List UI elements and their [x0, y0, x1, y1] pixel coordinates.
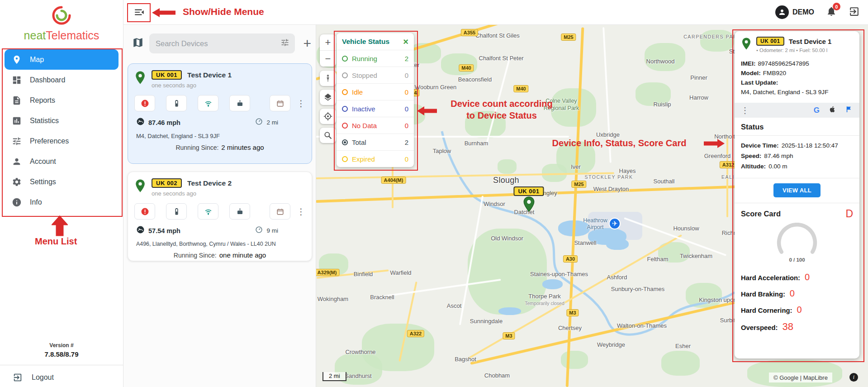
- status-row-nodata[interactable]: No Data 0: [337, 117, 414, 134]
- map-label: M25: [561, 33, 576, 41]
- status-row-expired[interactable]: Expired 0: [337, 150, 414, 167]
- overspeed-value: 38: [782, 321, 793, 333]
- status-row-running[interactable]: Running 2: [337, 50, 414, 67]
- card-menu-icon[interactable]: ⋮: [297, 98, 305, 109]
- menu-open-icon: [133, 6, 145, 18]
- notifications-button[interactable]: 0: [826, 6, 837, 19]
- map-label: Northolt: [714, 133, 735, 140]
- hard-braking-value: 0: [790, 288, 795, 299]
- map-label: Warfield: [390, 269, 411, 276]
- menu-toggle-button[interactable]: [130, 4, 148, 20]
- device-details: IMEI:897485962547895 Model:FMB920 Last U…: [735, 54, 859, 100]
- device-address: A496, Llanelltyd, Borthwnog, Cymru / Wal…: [134, 241, 305, 247]
- map-label: A355: [461, 29, 478, 36]
- sidebar-item-dashboard[interactable]: Dashboard: [0, 70, 123, 90]
- marker-plate[interactable]: UK 001: [513, 186, 544, 196]
- zoom-out-button[interactable]: −: [320, 50, 336, 67]
- locate-button[interactable]: [320, 109, 336, 124]
- map-label: Pinner: [690, 74, 707, 81]
- sidebar-item-reports[interactable]: Reports: [0, 90, 123, 110]
- status-row-idle[interactable]: Idle 0: [337, 83, 414, 100]
- device-indicators: ⋮: [134, 95, 305, 111]
- view-all-button[interactable]: VIEW ALL: [773, 183, 821, 197]
- sidebar-item-preferences[interactable]: Preferences: [0, 131, 123, 151]
- map-label: Chalfont St Peter: [479, 55, 524, 62]
- search-box: [149, 33, 295, 53]
- status-row-total[interactable]: Total 2: [337, 134, 414, 150]
- plate-badge: UK 001: [152, 70, 182, 80]
- logo-swirl-icon: [0, 5, 123, 28]
- status-label: Idle: [352, 88, 405, 96]
- map-label: M25: [571, 181, 586, 188]
- map-label: A322: [407, 330, 424, 337]
- status-count: 0: [405, 88, 408, 96]
- map-label: Southall: [654, 178, 675, 185]
- status-row-stopped[interactable]: Stopped 0: [337, 67, 414, 83]
- speed-value: 87.46 mph: [148, 119, 180, 126]
- map-label: CARPENDERS PARK: [683, 34, 741, 39]
- vehicle-status-panel: Vehicle Status × Running 2 Stopped 0 Idl…: [337, 33, 414, 167]
- map-info-icon[interactable]: i: [849, 373, 858, 382]
- dashboard-icon: [12, 75, 22, 85]
- user-menu[interactable]: DEMO: [775, 5, 814, 19]
- map-label: Chalfont St Giles: [475, 32, 520, 39]
- sidebar-item-label: Dashboard: [30, 76, 65, 84]
- map-label: Sunbury-on-Thames: [611, 286, 665, 292]
- sidebar-item-info[interactable]: Info: [0, 192, 123, 212]
- sidebar-item-label: Preferences: [30, 137, 69, 145]
- zoom-in-button[interactable]: +: [320, 34, 336, 50]
- filter-icon[interactable]: [280, 38, 289, 49]
- google-icon[interactable]: G: [814, 106, 820, 115]
- map-label: Uxbridge: [596, 131, 620, 138]
- device-pin-icon: [741, 37, 752, 50]
- hard-cornering-value: 0: [797, 305, 802, 315]
- apple-icon[interactable]: [829, 105, 836, 115]
- logout-button[interactable]: Logout: [0, 368, 136, 387]
- map-label: Bagshot: [455, 356, 476, 363]
- topbar: DEMO 0: [123, 0, 868, 25]
- panel-menu-icon[interactable]: ⋮: [741, 105, 749, 115]
- device-info-panel: UK 001 Test Device 1 • Odometer: 2 mi • …: [735, 31, 859, 358]
- map-label: Twickenham: [680, 253, 712, 259]
- close-icon[interactable]: ×: [403, 37, 408, 46]
- last-seen: one seconds ago: [152, 82, 232, 89]
- logout-icon: [849, 6, 860, 17]
- layers-button[interactable]: [320, 90, 336, 105]
- vehicle-marker[interactable]: UK 001: [513, 187, 544, 214]
- sidebar-item-settings[interactable]: Settings: [0, 172, 123, 192]
- signout-button[interactable]: [849, 6, 860, 19]
- directions-icon[interactable]: [845, 105, 853, 115]
- sidebar-item-label: Settings: [30, 178, 56, 186]
- map-label: A30: [563, 255, 578, 263]
- map-label: Weybridge: [597, 341, 625, 348]
- map-label: Burnham: [465, 140, 489, 147]
- running-ring-icon: [342, 56, 348, 62]
- status-section-title: Status: [735, 118, 859, 136]
- speedometer-icon: [136, 225, 145, 236]
- version-number: 7.8.58/8.79: [0, 350, 123, 358]
- person-icon: [12, 157, 22, 167]
- expired-ring-icon: [342, 156, 348, 162]
- search-input[interactable]: [155, 39, 280, 48]
- plate-badge: UK 002: [152, 178, 182, 188]
- battery-icon: [166, 95, 187, 111]
- sidebar-item-map[interactable]: Map: [5, 49, 119, 70]
- altitude-label: Altitude:: [741, 163, 766, 170]
- sidebar-item-account[interactable]: Account: [0, 151, 123, 172]
- map-label: M3: [566, 309, 579, 316]
- hard-braking-label: Hard Braking:: [741, 291, 785, 298]
- device-card-2[interactable]: UK 002 Test Device 2 one seconds ago ⋮ 5…: [128, 172, 312, 261]
- plate-badge: UK 001: [756, 37, 784, 46]
- map-search-button[interactable]: [320, 128, 336, 143]
- device-card-1[interactable]: UK 001 Test Device 1 one seconds ago ⋮ 8…: [128, 63, 312, 164]
- sidebar-item-label: Statistics: [30, 117, 59, 125]
- status-row-inactive[interactable]: Inactive 0: [337, 100, 414, 117]
- map-view-icon[interactable]: [132, 37, 144, 50]
- card-menu-icon[interactable]: ⋮: [297, 206, 305, 217]
- street-view-button[interactable]: [320, 71, 336, 86]
- add-device-button[interactable]: +: [303, 37, 311, 50]
- sidebar-item-label: Map: [30, 56, 44, 64]
- distance-value: 9 mi: [266, 227, 278, 234]
- sidebar-item-statistics[interactable]: Statistics: [0, 110, 123, 131]
- device-address: M4, Datchet, England - SL3 9JF: [741, 89, 853, 96]
